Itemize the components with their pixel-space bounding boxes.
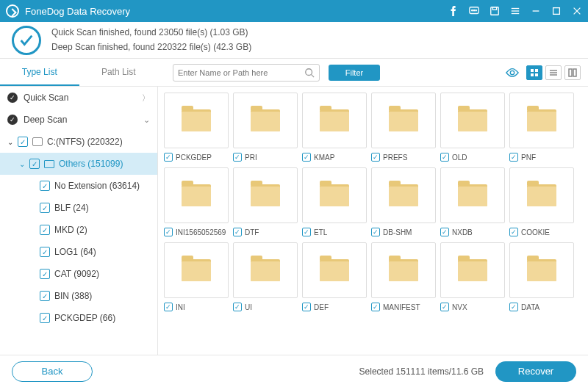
facebook-icon[interactable] (448, 6, 459, 16)
search-icon (304, 68, 315, 78)
checkbox-icon[interactable]: ✓ (440, 153, 449, 162)
file-label: KMAP (314, 153, 334, 162)
checkbox-icon[interactable]: ✓ (40, 203, 50, 213)
file-item[interactable]: ✓ETL (302, 167, 367, 238)
checkbox-icon[interactable]: ✓ (40, 225, 50, 235)
maximize-icon[interactable] (551, 6, 562, 16)
checkbox-icon[interactable]: ✓ (440, 303, 449, 311)
checkbox-icon[interactable]: ✓ (302, 228, 311, 236)
checkbox-icon[interactable]: ✓ (371, 228, 380, 236)
file-label: DEF (314, 303, 329, 311)
feedback-icon[interactable] (469, 6, 479, 16)
checkbox-icon[interactable]: ✓ (40, 247, 50, 257)
file-item[interactable]: ✓PNF (509, 93, 574, 163)
folder-thumbnail (440, 167, 505, 223)
minimize-icon[interactable] (531, 6, 541, 16)
view-list-button[interactable] (545, 65, 562, 80)
folder-icon (320, 184, 349, 206)
checkbox-icon[interactable]: ✓ (233, 153, 242, 162)
sidebar-item[interactable]: ✓LOG1 (64) (0, 241, 157, 263)
search-box[interactable] (173, 64, 320, 82)
folder-icon (458, 259, 487, 281)
file-item[interactable]: ✓OLD (440, 93, 505, 163)
sidebar-drive[interactable]: ⌄ ✓ C:(NTFS) (220322) (0, 131, 157, 153)
folder-icon (458, 184, 487, 206)
checkbox-icon[interactable]: ✓ (302, 303, 311, 311)
search-input[interactable] (178, 68, 304, 77)
checkbox-icon[interactable]: ✓ (509, 228, 518, 236)
filter-button[interactable]: Filter (329, 65, 380, 81)
file-item[interactable]: ✓COOKIE (509, 167, 574, 238)
check-circle-icon: ✓ (7, 93, 18, 103)
file-item[interactable]: ✓PREFS (371, 93, 436, 163)
checkbox-icon[interactable]: ✓ (509, 153, 518, 162)
folder-thumbnail (302, 242, 367, 298)
back-button[interactable]: Back (12, 361, 93, 382)
checkbox-icon[interactable]: ✓ (40, 291, 50, 301)
chevron-down-icon: ⌄ (7, 138, 18, 146)
view-detail-button[interactable] (564, 65, 581, 80)
folder-thumbnail (371, 242, 436, 298)
menu-icon[interactable] (510, 6, 520, 16)
sidebar-item[interactable]: ✓MKD (2) (0, 219, 157, 241)
checkbox-icon[interactable]: ✓ (371, 153, 380, 162)
file-item[interactable]: ✓UI (233, 242, 298, 313)
checkbox-icon[interactable]: ✓ (302, 153, 311, 162)
file-item[interactable]: ✓DEF (302, 242, 367, 313)
checkbox-icon[interactable]: ✓ (164, 303, 173, 311)
checkbox-icon[interactable]: ✓ (29, 159, 40, 169)
checkbox-icon[interactable]: ✓ (509, 303, 518, 311)
file-item[interactable]: ✓DB-SHM (371, 167, 436, 238)
file-item[interactable]: ✓NXDB (440, 167, 505, 238)
checkbox-icon[interactable]: ✓ (164, 153, 173, 162)
file-item[interactable]: ✓NVX (440, 242, 505, 313)
file-item[interactable]: ✓INI (164, 242, 229, 313)
file-item[interactable]: ✓MANIFEST (371, 242, 436, 313)
file-label: DB-SHM (383, 228, 412, 236)
folder-icon (389, 109, 418, 131)
checkbox-icon[interactable]: ✓ (40, 313, 50, 323)
folder-icon (182, 259, 211, 281)
sidebar-others[interactable]: ⌄ ✓ Others (151099) (0, 153, 157, 175)
app-logo-icon (6, 4, 19, 18)
checkbox-icon[interactable]: ✓ (164, 228, 173, 236)
sidebar-deep-scan[interactable]: ✓ Deep Scan ⌄ (0, 109, 157, 131)
file-label: OLD (452, 153, 467, 162)
svg-rect-24 (573, 69, 576, 76)
chevron-down-icon: ⌄ (143, 115, 150, 125)
sidebar-item[interactable]: ✓No Extension (63614) (0, 175, 157, 197)
folder-icon (389, 184, 418, 206)
checkbox-icon[interactable]: ✓ (233, 303, 242, 311)
disk-icon (32, 137, 43, 146)
tab-path-list[interactable]: Path List (79, 59, 159, 86)
checkbox-icon[interactable]: ✓ (40, 181, 50, 191)
sidebar-item[interactable]: ✓PCKGDEP (66) (0, 307, 157, 329)
file-item[interactable]: ✓PRI (233, 93, 298, 163)
svg-rect-16 (531, 69, 534, 72)
folder-icon (320, 259, 349, 281)
save-icon[interactable] (490, 6, 500, 16)
folder-icon (251, 259, 280, 281)
file-item[interactable]: ✓DTF (233, 167, 298, 238)
checkbox-icon[interactable]: ✓ (371, 303, 380, 311)
close-icon[interactable] (572, 6, 582, 16)
file-item[interactable]: ✓DATA (509, 242, 574, 313)
file-item[interactable]: ✓INI1565052569 (164, 167, 229, 238)
tab-type-list[interactable]: Type List (0, 59, 79, 86)
sidebar-quick-scan[interactable]: ✓ Quick Scan 〉 (0, 87, 157, 109)
preview-icon[interactable] (504, 65, 520, 80)
checkbox-icon[interactable]: ✓ (40, 269, 50, 279)
sidebar: ✓ Quick Scan 〉 ✓ Deep Scan ⌄ ⌄ ✓ C:(NTFS… (0, 87, 158, 355)
svg-point-15 (510, 70, 514, 74)
sidebar-item[interactable]: ✓BIN (388) (0, 285, 157, 307)
checkbox-icon[interactable]: ✓ (233, 228, 242, 236)
checkbox-icon[interactable]: ✓ (440, 228, 449, 236)
recover-button[interactable]: Recover (495, 361, 576, 382)
sidebar-item[interactable]: ✓BLF (24) (0, 197, 157, 219)
sidebar-item[interactable]: ✓CAT (9092) (0, 263, 157, 285)
file-item[interactable]: ✓KMAP (302, 93, 367, 163)
file-item[interactable]: ✓PCKGDEP (164, 93, 229, 163)
view-grid-button[interactable] (526, 65, 542, 80)
file-grid: ✓PCKGDEP✓PRI✓KMAP✓PREFS✓OLD✓PNF✓INI15650… (158, 87, 588, 355)
checkbox-icon[interactable]: ✓ (18, 137, 28, 147)
